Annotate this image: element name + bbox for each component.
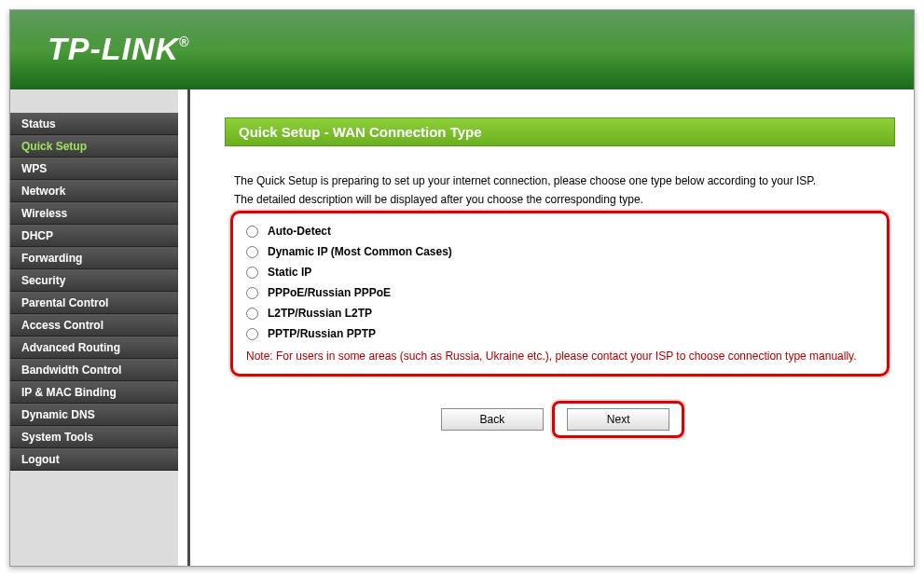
logo-text: TP-LINK (48, 31, 179, 66)
option-row: Dynamic IP (Most Common Cases) (246, 241, 874, 262)
option-row: Static IP (246, 262, 874, 282)
sidebar-item-wps[interactable]: WPS (10, 158, 178, 180)
sidebar-item-bandwidth-control[interactable]: Bandwidth Control (10, 359, 178, 381)
sidebar-item-dhcp[interactable]: DHCP (10, 225, 178, 247)
sidebar-item-forwarding[interactable]: Forwarding (10, 247, 178, 269)
brand-logo: TP-LINK® (48, 31, 189, 67)
option-row: PPPoE/Russian PPPoE (246, 282, 874, 303)
sidebar-item-security[interactable]: Security (10, 269, 178, 292)
sidebar-item-wireless[interactable]: Wireless (10, 202, 178, 225)
sidebar-item-parental-control[interactable]: Parental Control (10, 292, 178, 314)
body-row: StatusQuick SetupWPSNetworkWirelessDHCPF… (10, 89, 914, 566)
radio-pptp-russian-pptp[interactable] (246, 328, 258, 340)
radio-dynamic-ip-most-common-cases-[interactable] (246, 246, 258, 258)
radio-static-ip[interactable] (246, 267, 258, 279)
sidebar-item-quick-setup[interactable]: Quick Setup (10, 135, 178, 158)
sidebar-item-system-tools[interactable]: System Tools (10, 426, 178, 448)
sidebar-item-access-control[interactable]: Access Control (10, 314, 178, 336)
next-button-highlight: Next (552, 401, 684, 438)
sidebar-item-ip-mac-binding[interactable]: IP & MAC Binding (10, 381, 178, 404)
page-title: Quick Setup - WAN Connection Type (225, 117, 895, 146)
note-text: Note: For users in some areas (such as R… (246, 350, 874, 364)
option-label[interactable]: Dynamic IP (Most Common Cases) (268, 245, 452, 258)
connection-type-options: Auto-DetectDynamic IP (Most Common Cases… (230, 211, 890, 377)
sidebar: StatusQuick SetupWPSNetworkWirelessDHCPF… (10, 89, 178, 566)
intro-line-1: The Quick Setup is preparing to set up y… (234, 174, 886, 189)
sidebar-item-dynamic-dns[interactable]: Dynamic DNS (10, 404, 178, 426)
option-label[interactable]: PPTP/Russian PPTP (268, 327, 376, 340)
button-row: Back Next (225, 401, 895, 438)
radio-auto-detect[interactable] (246, 226, 258, 238)
radio-l2tp-russian-l2tp[interactable] (246, 308, 258, 320)
option-label[interactable]: L2TP/Russian L2TP (268, 307, 372, 320)
sidebar-item-network[interactable]: Network (10, 180, 178, 202)
sidebar-item-advanced-routing[interactable]: Advanced Routing (10, 336, 178, 359)
sidebar-item-status[interactable]: Status (10, 113, 178, 135)
vertical-divider (178, 89, 206, 566)
option-row: PPTP/Russian PPTP (246, 323, 874, 344)
option-label[interactable]: PPPoE/Russian PPPoE (268, 286, 391, 299)
sidebar-item-logout[interactable]: Logout (10, 448, 178, 471)
back-button[interactable]: Back (441, 408, 544, 431)
radio-pppoe-russian-pppoe[interactable] (246, 287, 258, 299)
app-frame: TP-LINK® StatusQuick SetupWPSNetworkWire… (9, 9, 915, 567)
option-row: Auto-Detect (246, 221, 874, 241)
logo-reg: ® (179, 34, 189, 49)
option-row: L2TP/Russian L2TP (246, 303, 874, 323)
option-label[interactable]: Auto-Detect (268, 225, 331, 238)
intro-line-2: The detailed description will be display… (234, 193, 886, 208)
header-banner: TP-LINK® (10, 10, 914, 89)
content-area: Quick Setup - WAN Connection Type The Qu… (206, 89, 914, 566)
option-label[interactable]: Static IP (268, 266, 311, 279)
next-button[interactable]: Next (567, 408, 669, 431)
